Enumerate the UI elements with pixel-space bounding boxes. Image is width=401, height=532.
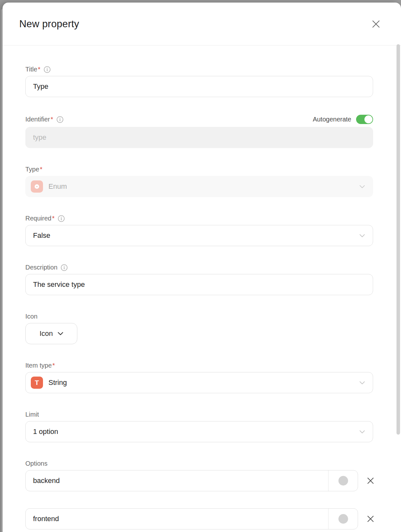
close-icon bbox=[367, 515, 374, 522]
option-input-group bbox=[25, 470, 358, 491]
string-type-icon: T bbox=[31, 377, 43, 389]
field-description: Description bbox=[25, 264, 373, 295]
field-identifier: Identifier* Autogenerate bbox=[25, 115, 373, 148]
option-input-group bbox=[25, 508, 358, 529]
required-select[interactable]: False bbox=[25, 225, 373, 246]
required-asterisk: * bbox=[51, 116, 53, 123]
description-label: Description bbox=[25, 264, 57, 271]
new-property-modal: New property Title* bbox=[3, 3, 401, 532]
autogenerate-label: Autogenerate bbox=[313, 116, 351, 123]
scrollbar-thumb[interactable] bbox=[397, 44, 400, 435]
option-row bbox=[25, 508, 373, 529]
color-swatch-icon bbox=[338, 476, 348, 486]
required-label: Required bbox=[25, 215, 51, 222]
item-type-select-value: String bbox=[48, 378, 67, 387]
field-title: Title* bbox=[25, 66, 373, 97]
icon-picker-label: Icon bbox=[39, 329, 53, 338]
info-icon[interactable] bbox=[61, 264, 68, 271]
close-button[interactable] bbox=[371, 19, 381, 29]
chevron-down-icon bbox=[58, 332, 63, 335]
field-options: Options bbox=[25, 460, 373, 529]
field-limit: Limit 1 option bbox=[25, 411, 373, 442]
chevron-down-icon bbox=[360, 234, 365, 237]
field-type: Type* Enum bbox=[25, 166, 373, 197]
description-input[interactable] bbox=[25, 274, 373, 295]
identifier-label: Identifier bbox=[25, 116, 50, 123]
limit-select-value: 1 option bbox=[33, 428, 58, 436]
limit-select[interactable]: 1 option bbox=[25, 421, 373, 442]
icon-picker-button[interactable]: Icon bbox=[25, 323, 77, 344]
color-swatch-icon bbox=[338, 514, 348, 524]
title-input[interactable] bbox=[25, 76, 373, 97]
toggle-knob bbox=[364, 115, 372, 123]
option-row bbox=[25, 470, 373, 491]
field-required: Required* False bbox=[25, 215, 373, 246]
chevron-down-icon bbox=[360, 430, 365, 433]
option-input[interactable] bbox=[26, 509, 328, 529]
modal-header: New property bbox=[3, 3, 401, 46]
modal-title: New property bbox=[19, 18, 79, 30]
required-asterisk: * bbox=[52, 362, 55, 369]
close-icon bbox=[367, 477, 374, 484]
title-label: Title bbox=[25, 66, 37, 73]
option-color-picker[interactable] bbox=[328, 470, 358, 491]
autogenerate-control: Autogenerate bbox=[313, 115, 373, 124]
type-select-value: Enum bbox=[48, 182, 67, 191]
info-icon[interactable] bbox=[44, 66, 51, 73]
autogenerate-toggle[interactable] bbox=[356, 115, 373, 124]
required-select-value: False bbox=[33, 231, 50, 240]
required-asterisk: * bbox=[52, 215, 55, 222]
close-icon bbox=[372, 20, 380, 28]
enum-target-icon bbox=[31, 180, 43, 193]
field-item-type: Item type* T String bbox=[25, 362, 373, 393]
item-type-select[interactable]: T String bbox=[25, 372, 373, 393]
field-icon: Icon Icon bbox=[25, 313, 373, 344]
option-input[interactable] bbox=[26, 470, 328, 491]
info-icon[interactable] bbox=[56, 116, 64, 123]
info-icon[interactable] bbox=[58, 215, 65, 222]
icon-label: Icon bbox=[25, 313, 38, 320]
item-type-label: Item type bbox=[25, 362, 52, 369]
required-asterisk: * bbox=[38, 66, 40, 73]
chevron-down-icon bbox=[360, 185, 365, 188]
chevron-down-icon bbox=[360, 381, 365, 384]
options-label: Options bbox=[25, 460, 47, 467]
type-select: Enum bbox=[25, 176, 373, 197]
remove-option-button[interactable] bbox=[367, 475, 374, 486]
required-asterisk: * bbox=[40, 166, 42, 173]
option-color-picker[interactable] bbox=[328, 509, 358, 529]
remove-option-button[interactable] bbox=[367, 513, 374, 525]
modal-content: Title* Identifier* bbox=[3, 46, 401, 529]
type-label: Type bbox=[25, 166, 39, 173]
identifier-input bbox=[25, 127, 373, 148]
limit-label: Limit bbox=[25, 411, 39, 418]
